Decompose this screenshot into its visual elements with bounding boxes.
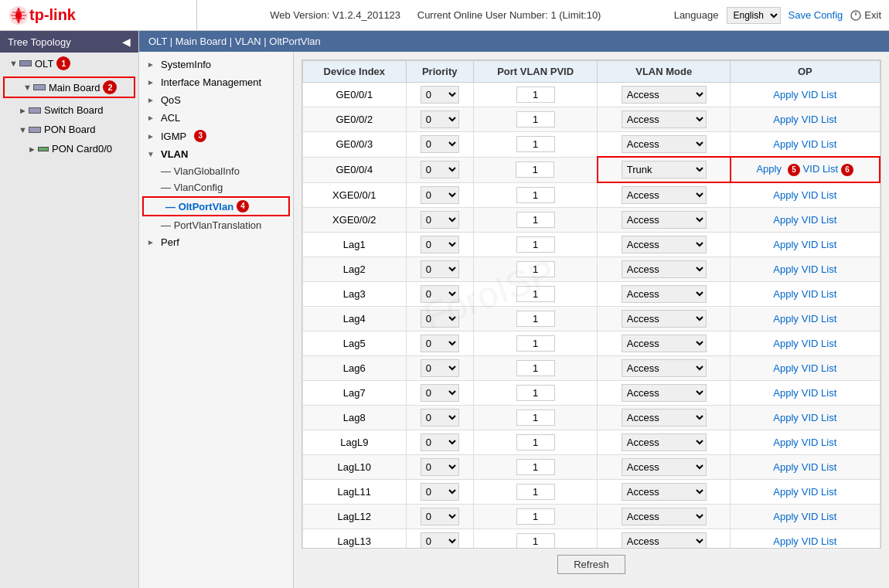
nav-acl[interactable]: ► ACL (139, 109, 293, 127)
pvid-input-1[interactable] (516, 111, 555, 127)
vidlist-link-11[interactable]: VID List (802, 362, 837, 374)
vidlist-link-3[interactable]: VID List (803, 163, 839, 175)
apply-link-1[interactable]: Apply (773, 114, 799, 125)
vidlist-link-1[interactable]: VID List (802, 114, 837, 125)
sidebar-item-switchboard[interactable]: ► Switch Board (0, 100, 138, 120)
apply-link-17[interactable]: Apply (773, 511, 799, 522)
priority-select-1[interactable]: 01234567 (421, 110, 459, 128)
priority-select-11[interactable]: 01234567 (421, 359, 459, 377)
vidlist-link-16[interactable]: VID List (802, 486, 837, 498)
mode-select-12[interactable]: AccessTrunkHybrid (622, 384, 707, 402)
mode-select-7[interactable]: AccessTrunkHybrid (622, 260, 707, 278)
priority-select-4[interactable]: 01234567 (421, 186, 459, 204)
pvid-input-8[interactable] (516, 286, 555, 302)
nav-vlan[interactable]: ▼ VLAN (139, 145, 293, 163)
vidlist-link-13[interactable]: VID List (802, 412, 837, 423)
vidlist-link-2[interactable]: VID List (802, 138, 837, 150)
vidlist-link-18[interactable]: VID List (802, 535, 837, 547)
mode-select-2[interactable]: AccessTrunkHybrid (622, 135, 707, 153)
pvid-input-15[interactable] (516, 459, 555, 475)
vidlist-link-8[interactable]: VID List (802, 288, 837, 300)
vidlist-link-17[interactable]: VID List (802, 511, 837, 522)
table-scroll[interactable]: Device Index Priority Port VLAN PVID VLA… (301, 59, 881, 549)
apply-link-9[interactable]: Apply (773, 313, 799, 325)
mode-select-17[interactable]: AccessTrunkHybrid (622, 508, 707, 525)
mode-select-0[interactable]: AccessTrunkHybrid (622, 86, 707, 104)
nav-oltportvlan[interactable]: — OltPortVlan 4 (142, 196, 290, 216)
mode-select-18[interactable]: AccessTrunkHybrid (622, 532, 707, 549)
pvid-input-6[interactable] (516, 236, 555, 253)
apply-link-6[interactable]: Apply (773, 239, 799, 250)
priority-select-18[interactable]: 01234567 (421, 532, 459, 549)
mode-select-9[interactable]: AccessTrunkHybrid (622, 310, 707, 328)
vidlist-link-15[interactable]: VID List (802, 461, 837, 473)
priority-select-7[interactable]: 01234567 (421, 260, 459, 278)
mode-select-3[interactable]: AccessTrunkHybrid (622, 161, 707, 178)
nav-vlanconfig[interactable]: — VlanConfig (139, 179, 293, 195)
sidebar-item-ponboard[interactable]: ▼ PON Board (0, 120, 138, 139)
mode-select-14[interactable]: AccessTrunkHybrid (622, 433, 707, 451)
vidlist-link-5[interactable]: VID List (802, 214, 837, 226)
exit-button[interactable]: Exit (850, 9, 881, 21)
nav-portvlantrans[interactable]: — PortVlanTranslation (139, 217, 293, 233)
vidlist-link-0[interactable]: VID List (802, 89, 837, 100)
pvid-input-14[interactable] (516, 434, 555, 450)
apply-link-11[interactable]: Apply (773, 362, 799, 374)
priority-select-12[interactable]: 01234567 (421, 384, 459, 402)
priority-select-2[interactable]: 01234567 (421, 135, 459, 153)
sidebar-item-olt[interactable]: ▼ OLT 1 (0, 53, 138, 74)
pvid-input-12[interactable] (516, 385, 555, 401)
pvid-input-4[interactable] (516, 187, 555, 203)
mode-select-5[interactable]: AccessTrunkHybrid (622, 211, 707, 229)
apply-link-2[interactable]: Apply (773, 138, 799, 150)
mode-select-4[interactable]: AccessTrunkHybrid (622, 186, 707, 204)
vidlist-link-12[interactable]: VID List (802, 387, 837, 399)
apply-link-3[interactable]: Apply (756, 163, 782, 175)
vidlist-link-4[interactable]: VID List (802, 189, 837, 201)
pvid-input-17[interactable] (516, 508, 555, 525)
apply-link-15[interactable]: Apply (773, 461, 799, 473)
priority-select-5[interactable]: 01234567 (421, 211, 459, 229)
pvid-input-7[interactable] (516, 261, 555, 277)
apply-link-18[interactable]: Apply (773, 535, 799, 547)
pvid-input-10[interactable] (516, 335, 555, 352)
priority-select-17[interactable]: 01234567 (421, 508, 459, 525)
vidlist-link-6[interactable]: VID List (802, 239, 837, 250)
nav-perf[interactable]: ► Perf (139, 233, 293, 251)
pvid-input-9[interactable] (516, 311, 555, 327)
pvid-input-13[interactable] (516, 410, 555, 426)
priority-select-13[interactable]: 01234567 (421, 409, 459, 427)
nav-igmp[interactable]: ► IGMP 3 (139, 127, 293, 145)
priority-select-3[interactable]: 01234567 (421, 161, 459, 178)
apply-link-8[interactable]: Apply (773, 288, 799, 300)
apply-link-12[interactable]: Apply (773, 387, 799, 399)
mode-select-13[interactable]: AccessTrunkHybrid (622, 409, 707, 427)
nav-vlanglobal[interactable]: — VlanGlobalInfo (139, 163, 293, 179)
mode-select-8[interactable]: AccessTrunkHybrid (622, 285, 707, 303)
priority-select-10[interactable]: 01234567 (421, 335, 459, 352)
mode-select-15[interactable]: AccessTrunkHybrid (622, 458, 707, 476)
pvid-input-16[interactable] (516, 484, 555, 500)
refresh-button[interactable]: Refresh (557, 555, 625, 574)
apply-link-7[interactable]: Apply (773, 263, 799, 275)
nav-interfacemgmt[interactable]: ► Interface Management (139, 73, 293, 91)
mode-select-6[interactable]: AccessTrunkHybrid (622, 236, 707, 253)
nav-qos[interactable]: ► QoS (139, 91, 293, 109)
pvid-input-11[interactable] (516, 360, 555, 376)
apply-link-5[interactable]: Apply (773, 214, 799, 226)
nav-systeminfo[interactable]: ► SystemInfo (139, 56, 293, 73)
vidlist-link-14[interactable]: VID List (802, 437, 837, 448)
priority-select-0[interactable]: 01234567 (421, 86, 459, 104)
priority-select-16[interactable]: 01234567 (421, 483, 459, 501)
apply-link-10[interactable]: Apply (773, 338, 799, 349)
mode-select-1[interactable]: AccessTrunkHybrid (622, 110, 707, 128)
apply-link-13[interactable]: Apply (773, 412, 799, 423)
apply-link-0[interactable]: Apply (773, 89, 799, 100)
apply-link-14[interactable]: Apply (773, 437, 799, 448)
apply-link-16[interactable]: Apply (773, 486, 799, 498)
pvid-input-3[interactable] (516, 161, 554, 178)
sidebar-toggle[interactable]: ◀ (122, 36, 131, 48)
mode-select-11[interactable]: AccessTrunkHybrid (622, 359, 707, 377)
sidebar-item-poncard[interactable]: ► PON Card0/0 (0, 139, 138, 158)
vidlist-link-10[interactable]: VID List (802, 338, 837, 349)
